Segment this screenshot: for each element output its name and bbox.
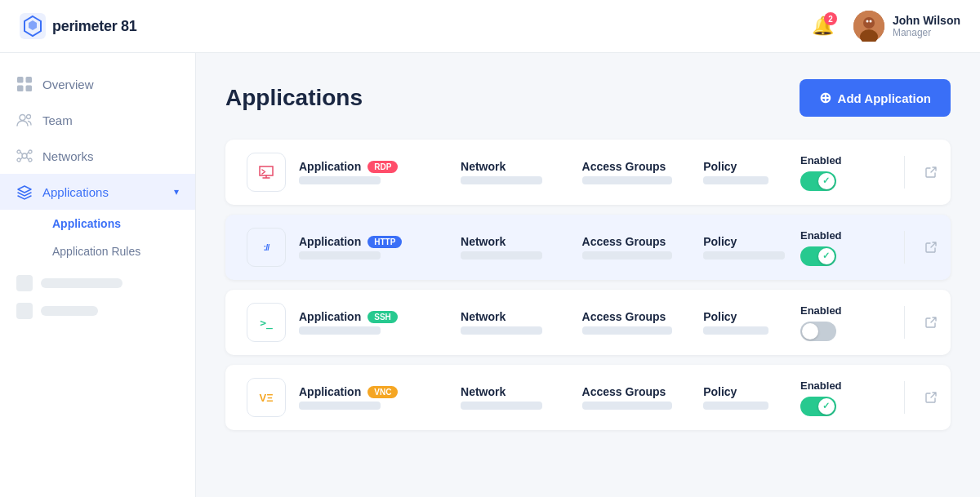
access-groups-col: Access Groups <box>582 310 704 335</box>
check-icon: ✓ <box>822 175 830 186</box>
top-navbar: perimeter 81 🔔 2 John Wilson Manager <box>0 0 980 53</box>
table-row[interactable]: :// Application HTTP Network Access Grou… <box>225 215 951 280</box>
skeleton-row-1 <box>16 275 179 291</box>
notification-badge: 2 <box>824 12 837 25</box>
sidebar-item-overview[interactable]: Overview <box>0 66 195 102</box>
policy-col: Policy <box>703 235 800 260</box>
svg-rect-6 <box>17 77 24 83</box>
svg-point-15 <box>17 158 20 162</box>
sidebar-subitem-applications[interactable]: Applications <box>42 210 195 237</box>
enabled-label: Enabled <box>800 379 842 392</box>
sidebar-item-team[interactable]: Team <box>0 102 195 138</box>
toggle-knob: ✓ <box>818 248 835 264</box>
svg-point-13 <box>17 150 20 153</box>
svg-point-16 <box>29 158 32 162</box>
page-title: Applications <box>225 85 363 111</box>
enabled-toggle[interactable]: ✓ <box>800 246 836 266</box>
applications-list: Application RDP Network Access Groups Po… <box>225 140 951 440</box>
sidebar-overview-label: Overview <box>42 78 94 91</box>
network-label: Network <box>461 235 582 248</box>
protocol-badge: RDP <box>368 161 398 173</box>
external-link-icon[interactable] <box>911 391 951 404</box>
app-name-subtext <box>299 176 381 184</box>
access-groups-subtext <box>582 326 672 335</box>
external-link-icon[interactable] <box>911 241 951 254</box>
app-name-subtext <box>299 251 381 260</box>
external-link-icon[interactable] <box>911 316 951 329</box>
sidebar-applications-label: Applications <box>42 185 109 199</box>
svg-point-14 <box>29 150 32 153</box>
access-groups-label: Access Groups <box>582 385 704 398</box>
network-col: Network <box>461 160 582 184</box>
check-icon: ✓ <box>822 401 830 411</box>
notification-button[interactable]: 🔔 2 <box>808 12 837 40</box>
app-name: Application RDP <box>299 160 461 173</box>
access-groups-label: Access Groups <box>582 160 704 173</box>
layout: Overview Team Networks <box>0 53 980 497</box>
app-name-col: Application RDP <box>299 160 461 184</box>
toggle-knob: ✓ <box>818 398 835 415</box>
hub-icon <box>16 148 33 164</box>
rdp-icon <box>247 153 286 192</box>
app-name-col: Application VNC <box>299 385 461 410</box>
sidebar-skeleton <box>0 265 195 340</box>
policy-subtext <box>703 176 768 184</box>
table-row[interactable]: >_ Application SSH Network Access Groups… <box>225 290 951 355</box>
ssh-icon: >_ <box>247 303 286 342</box>
toggle-knob <box>802 323 818 339</box>
enabled-label: Enabled <box>800 154 842 166</box>
row-divider <box>904 156 905 189</box>
sidebar-item-applications[interactable]: Applications ▾ <box>0 174 195 210</box>
sidebar-subitem-application-rules[interactable]: Application Rules <box>42 237 195 265</box>
enabled-toggle[interactable] <box>800 322 836 341</box>
app-name-col: Application HTTP <box>299 235 461 260</box>
enabled-toggle[interactable]: ✓ <box>800 171 836 191</box>
toggle-knob: ✓ <box>818 173 835 189</box>
sidebar-item-networks[interactable]: Networks <box>0 138 195 174</box>
svg-line-17 <box>20 153 23 155</box>
table-row[interactable]: Application RDP Network Access Groups Po… <box>225 140 951 205</box>
access-groups-col: Access Groups <box>582 160 704 184</box>
add-application-button[interactable]: ⊕ Add Application <box>800 79 951 117</box>
svg-point-5 <box>869 20 871 23</box>
user-menu[interactable]: John Wilson Manager <box>853 11 960 42</box>
protocol-badge: VNC <box>368 386 398 398</box>
brand-name: perimeter 81 <box>52 18 136 35</box>
svg-point-10 <box>20 115 25 121</box>
table-row[interactable]: VΞ Application VNC Network Access Groups… <box>225 365 951 430</box>
sidebar: Overview Team Networks <box>0 53 196 497</box>
row-divider <box>904 381 905 414</box>
page-header: Applications ⊕ Add Application <box>225 79 951 117</box>
network-subtext <box>461 176 542 184</box>
grid-icon <box>16 76 33 92</box>
app-name-col: Application SSH <box>299 310 461 335</box>
logo[interactable]: perimeter 81 <box>20 13 136 39</box>
plus-circle-icon: ⊕ <box>819 89 831 107</box>
policy-col: Policy <box>703 385 800 410</box>
access-groups-label: Access Groups <box>582 310 704 323</box>
skeleton-row-2 <box>16 303 179 319</box>
enabled-col: Enabled ✓ <box>800 154 881 191</box>
logo-icon <box>20 13 46 39</box>
policy-label: Policy <box>703 385 800 398</box>
network-label: Network <box>461 385 582 398</box>
svg-line-19 <box>20 158 23 160</box>
access-groups-subtext <box>582 176 672 184</box>
chevron-down-icon: ▾ <box>174 186 179 197</box>
external-link-icon[interactable] <box>911 166 951 179</box>
applications-subitems: Applications Application Rules <box>0 210 195 265</box>
app-name: Application SSH <box>299 310 461 323</box>
user-role: Manager <box>893 27 960 38</box>
protocol-badge: HTTP <box>368 236 402 248</box>
protocol-badge: SSH <box>368 311 398 323</box>
policy-subtext <box>703 402 768 410</box>
app-name: Application VNC <box>299 385 461 398</box>
row-divider <box>904 231 905 264</box>
main-content: Applications ⊕ Add Application Applicati… <box>196 53 980 497</box>
policy-col: Policy <box>703 160 800 184</box>
network-subtext <box>461 326 542 335</box>
row-content: >_ Application SSH Network Access Groups… <box>230 290 898 355</box>
network-subtext <box>461 402 542 410</box>
enabled-toggle[interactable]: ✓ <box>800 397 836 416</box>
enabled-col: Enabled <box>800 304 881 341</box>
